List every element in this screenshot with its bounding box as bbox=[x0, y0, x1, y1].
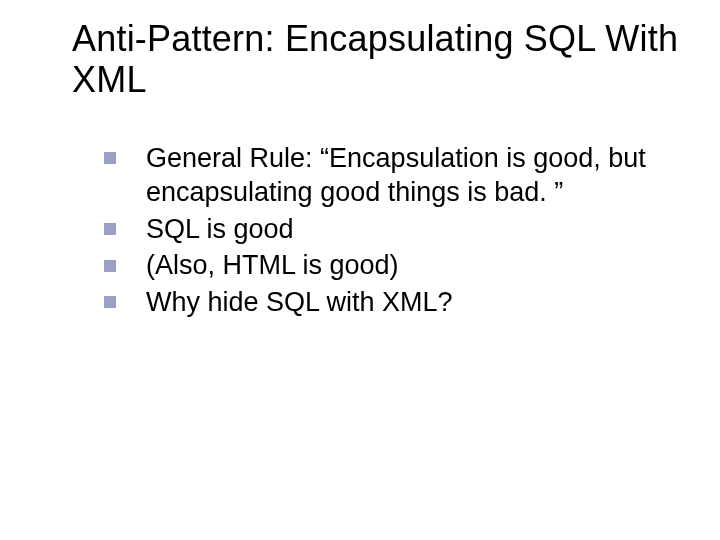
slide: Anti-Pattern: Encapsulating SQL With XML… bbox=[0, 0, 720, 540]
list-item-text: (Also, HTML is good) bbox=[146, 250, 399, 280]
list-item-text: SQL is good bbox=[146, 214, 294, 244]
list-item: Why hide SQL with XML? bbox=[104, 285, 680, 320]
square-bullet-icon bbox=[104, 223, 116, 235]
square-bullet-icon bbox=[104, 260, 116, 272]
bullet-list: General Rule: “Encapsulation is good, bu… bbox=[72, 141, 680, 320]
list-item: General Rule: “Encapsulation is good, bu… bbox=[104, 141, 680, 210]
square-bullet-icon bbox=[104, 296, 116, 308]
list-item: SQL is good bbox=[104, 212, 680, 247]
list-item: (Also, HTML is good) bbox=[104, 248, 680, 283]
list-item-text: General Rule: “Encapsulation is good, bu… bbox=[146, 143, 646, 208]
slide-title: Anti-Pattern: Encapsulating SQL With XML bbox=[72, 18, 680, 101]
list-item-text: Why hide SQL with XML? bbox=[146, 287, 453, 317]
square-bullet-icon bbox=[104, 152, 116, 164]
